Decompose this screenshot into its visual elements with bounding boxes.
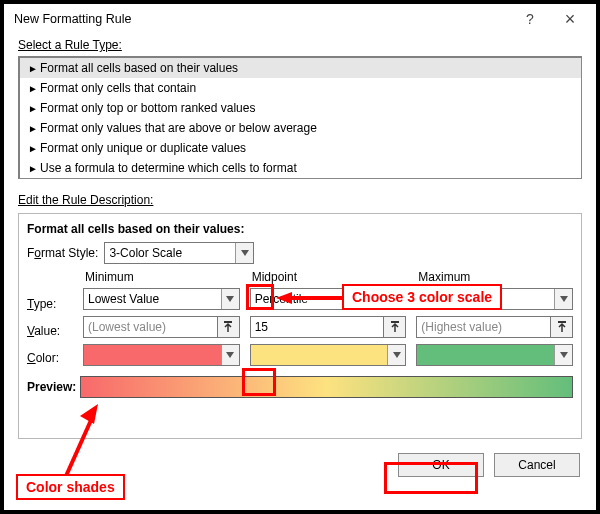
chevron-down-icon	[221, 345, 239, 365]
rule-type-item[interactable]: ►Format only values that are above or be…	[20, 118, 581, 138]
cancel-button[interactable]: Cancel	[494, 453, 580, 477]
value-row-label: Value:	[27, 324, 83, 338]
chevron-down-icon	[387, 289, 405, 309]
max-column-head: Maximum	[416, 270, 573, 284]
type-row-label: Type:	[27, 297, 83, 311]
close-button[interactable]: ×	[550, 5, 590, 33]
range-select-button[interactable]	[384, 316, 406, 338]
preview-label: Preview:	[27, 380, 76, 394]
help-button[interactable]: ?	[510, 5, 550, 33]
mid-type-select[interactable]: Percentile	[250, 288, 407, 310]
chevron-down-icon	[554, 345, 572, 365]
rule-description-box: Format all cells based on their values: …	[18, 213, 582, 439]
rule-type-list[interactable]: ►Format all cells based on their values …	[18, 56, 582, 179]
max-type-select[interactable]: Highest Value	[416, 288, 573, 310]
min-color-picker[interactable]	[83, 344, 240, 366]
svg-rect-1	[391, 321, 399, 323]
format-style-label: Format Style:	[27, 246, 98, 260]
edit-description-label: Edit the Rule Description:	[18, 193, 153, 207]
ok-button[interactable]: OK	[398, 453, 484, 477]
rule-type-item[interactable]: ►Use a formula to determine which cells …	[20, 158, 581, 178]
svg-rect-0	[224, 321, 232, 323]
max-value-input[interactable]: (Highest value)	[416, 316, 551, 338]
min-type-select[interactable]: Lowest Value	[83, 288, 240, 310]
rule-type-item[interactable]: ►Format only unique or duplicate values	[20, 138, 581, 158]
mid-value-input[interactable]: 15	[250, 316, 385, 338]
preview-gradient	[80, 376, 573, 398]
title-bar: New Formatting Rule ? ×	[4, 4, 596, 34]
chevron-down-icon	[554, 289, 572, 309]
chevron-down-icon	[235, 243, 253, 263]
svg-rect-2	[558, 321, 566, 323]
min-column-head: Minimum	[83, 270, 240, 284]
range-select-button[interactable]	[551, 316, 573, 338]
mid-column-head: Midpoint	[250, 270, 407, 284]
rule-type-item[interactable]: ►Format only top or bottom ranked values	[20, 98, 581, 118]
rule-type-item[interactable]: ►Format only cells that contain	[20, 78, 581, 98]
chevron-down-icon	[387, 345, 405, 365]
window-title: New Formatting Rule	[14, 12, 510, 26]
rule-type-label: Select a Rule Type:	[18, 38, 122, 52]
rule-type-item[interactable]: ►Format all cells based on their values	[20, 58, 581, 78]
chevron-down-icon	[221, 289, 239, 309]
color-row-label: Color:	[27, 351, 83, 365]
range-select-button[interactable]	[218, 316, 240, 338]
mid-color-picker[interactable]	[250, 344, 407, 366]
format-style-select[interactable]: 3-Color Scale	[104, 242, 254, 264]
min-value-input[interactable]: (Lowest value)	[83, 316, 218, 338]
edit-title: Format all cells based on their values:	[27, 222, 573, 236]
max-color-picker[interactable]	[416, 344, 573, 366]
